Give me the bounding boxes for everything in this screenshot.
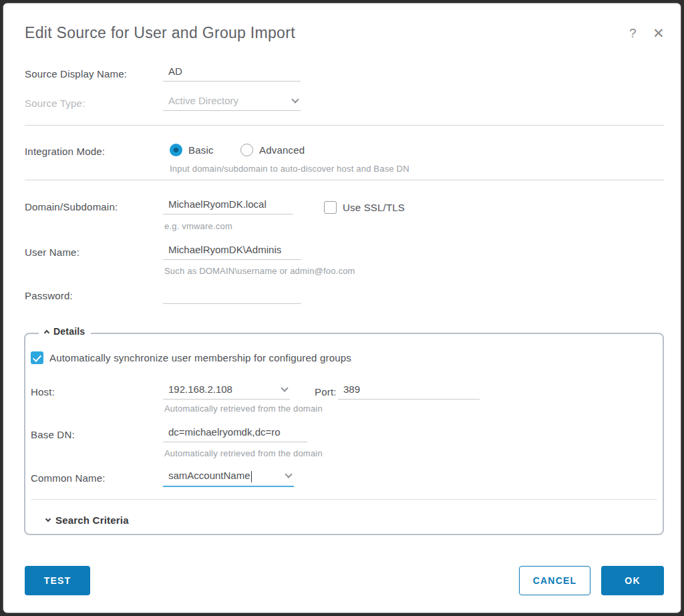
test-button[interactable]: TEST xyxy=(25,566,90,595)
integration-mode-label: Integration Mode: xyxy=(25,146,105,157)
radio-unselected-icon[interactable] xyxy=(240,144,253,156)
source-type-value: Active Directory xyxy=(168,95,238,106)
domain-label: Domain/Subdomain: xyxy=(25,201,118,212)
dotted-divider xyxy=(31,499,657,500)
host-value: 192.168.2.108 xyxy=(168,383,232,395)
chevron-down-icon xyxy=(291,96,299,103)
use-ssl-label: Use SSL/TLS xyxy=(343,202,405,213)
use-ssl-checkbox-row[interactable]: Use SSL/TLS xyxy=(324,201,405,214)
common-name-label: Common Name: xyxy=(31,472,106,484)
user-name-input[interactable] xyxy=(163,242,301,260)
host-hint: Automatically retrieved from the domain xyxy=(164,404,323,414)
domain-input[interactable] xyxy=(163,196,293,214)
details-legend-label: Details xyxy=(53,326,85,337)
ok-button[interactable]: OK xyxy=(601,566,664,595)
search-criteria-label: Search Criteria xyxy=(55,514,129,526)
chevron-down-icon xyxy=(45,516,51,521)
port-label: Port: xyxy=(315,386,337,398)
details-toggle[interactable]: Details xyxy=(39,326,91,337)
common-name-value: samAccountName xyxy=(168,470,250,481)
chevron-down-icon xyxy=(281,384,288,392)
domain-hint: e.g. vmware.com xyxy=(164,221,232,231)
edit-source-dialog: Edit Source for User and Group Import ? … xyxy=(3,3,681,613)
search-criteria-toggle[interactable]: Search Criteria xyxy=(46,514,129,526)
checkbox-checked-icon[interactable] xyxy=(31,351,43,364)
host-label: Host: xyxy=(31,386,55,398)
advanced-radio-label: Advanced xyxy=(259,144,305,156)
user-name-hint: Such as DOMAIN\username or admin@foo.com xyxy=(164,266,355,276)
section-divider xyxy=(25,180,664,180)
source-display-name-input[interactable] xyxy=(163,63,301,82)
common-name-select[interactable]: samAccountName xyxy=(163,468,294,487)
auto-sync-label: Automatically synchronize user membershi… xyxy=(49,352,351,363)
port-input[interactable] xyxy=(338,381,480,400)
text-cursor xyxy=(251,471,252,482)
source-type-label: Source Type: xyxy=(25,98,86,109)
integration-mode-basic[interactable]: Basic xyxy=(170,144,214,156)
integration-mode-hint: Input domain/subdomain to auto-discover … xyxy=(170,164,409,174)
basic-radio-label: Basic xyxy=(188,144,214,156)
radio-selected-icon[interactable] xyxy=(170,144,182,156)
password-input[interactable] xyxy=(163,286,301,304)
base-dn-input[interactable] xyxy=(163,424,307,442)
dialog-title: Edit Source for User and Group Import xyxy=(25,24,295,42)
base-dn-label: Base DN: xyxy=(31,429,75,440)
user-name-label: User Name: xyxy=(25,247,79,258)
source-type-select: Active Directory xyxy=(163,93,301,111)
host-select[interactable]: 192.168.2.108 xyxy=(163,381,290,400)
chevron-up-icon xyxy=(44,330,49,335)
source-display-name-label: Source Display Name: xyxy=(25,68,127,80)
checkbox-unchecked-icon[interactable] xyxy=(324,201,337,214)
password-label: Password: xyxy=(25,290,73,301)
base-dn-hint: Automatically retrieved from the domain xyxy=(164,448,323,458)
section-divider xyxy=(25,125,664,126)
cancel-button[interactable]: CANCEL xyxy=(519,566,590,595)
close-icon[interactable]: ✕ xyxy=(653,25,665,41)
chevron-down-icon xyxy=(285,471,292,478)
help-icon[interactable]: ? xyxy=(629,26,637,41)
auto-sync-checkbox-row[interactable]: Automatically synchronize user membershi… xyxy=(31,351,351,364)
integration-mode-advanced[interactable]: Advanced xyxy=(240,144,305,156)
